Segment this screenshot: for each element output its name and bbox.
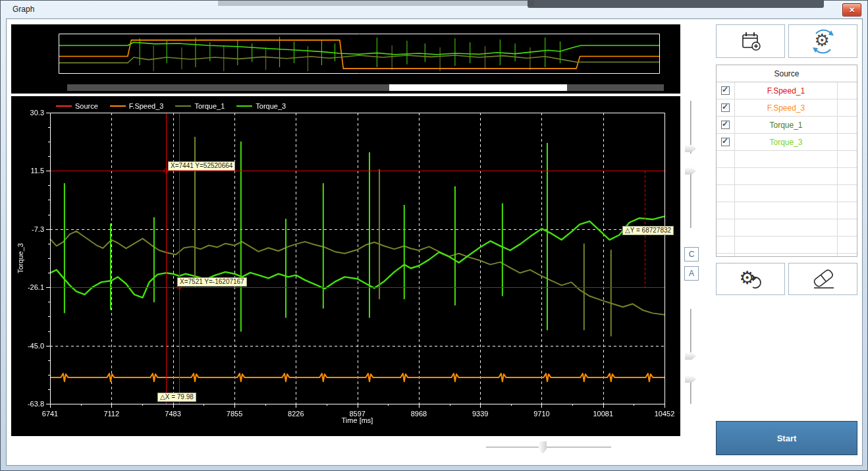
x-axis-title: Time [ms] — [50, 416, 665, 424]
table-row-empty — [717, 168, 857, 185]
legend-item-label: Torque_1 — [194, 102, 225, 110]
settings-sync-icon: ⚙ — [809, 28, 837, 55]
calendar-add-icon — [738, 29, 763, 54]
table-row-empty — [717, 236, 857, 254]
row-label: F.Speed_1 — [767, 86, 805, 96]
settings-run-button[interactable]: ⚙ — [716, 263, 785, 295]
calendar-add-button[interactable] — [716, 24, 785, 58]
legend-swatch — [56, 105, 72, 107]
legend-item: Source — [56, 102, 98, 110]
source-table: Source F.Speed_1F.Speed_3Torque_1Torque_… — [716, 65, 857, 257]
legend-swatch — [110, 105, 126, 107]
table-row[interactable]: Torque_1 — [717, 117, 857, 134]
settings-run-icon: ⚙ — [737, 266, 765, 292]
settings-sync-button[interactable]: ⚙ — [788, 24, 857, 58]
row-label: Torque_1 — [769, 121, 802, 130]
legend-item: Torque_1 — [175, 102, 225, 110]
delta-y-tooltip: △Y = 68727832 — [622, 226, 674, 235]
table-row-empty — [717, 219, 857, 236]
row-label: Torque_3 — [769, 138, 802, 147]
row-label: F.Speed_3 — [767, 103, 805, 113]
source-table-header: Source — [717, 65, 857, 82]
legend-swatch — [175, 105, 191, 107]
overview-scrollbar[interactable] — [67, 84, 664, 91]
legend-item: Torque_3 — [236, 102, 286, 110]
window-title: Graph — [13, 5, 34, 14]
background-artifact — [528, 1, 824, 8]
main-chart-panel: SourceF.Speed_3Torque_1Torque_3 Torque_3… — [11, 96, 680, 436]
table-row[interactable]: F.Speed_1 — [717, 82, 857, 99]
overview-chart-panel — [11, 24, 680, 94]
row-checkbox[interactable] — [721, 86, 730, 95]
close-button[interactable]: ✕ — [842, 3, 861, 16]
eraser-button[interactable] — [788, 263, 857, 295]
y-zoom-slider-track-4[interactable] — [690, 379, 692, 404]
y-axis-title: Torque_3 — [16, 243, 24, 273]
close-icon: ✕ — [849, 7, 855, 14]
table-row-empty — [717, 151, 857, 168]
table-row-empty — [717, 254, 857, 257]
titlebar[interactable]: Graph ✕ — [1, 1, 867, 18]
c-button[interactable]: C — [684, 247, 699, 262]
table-row[interactable]: Torque_3 — [717, 134, 857, 151]
table-row-empty — [717, 202, 857, 219]
x-pan-slider-track[interactable] — [486, 447, 611, 448]
background-artifact — [218, 1, 534, 6]
row-checkbox[interactable] — [721, 138, 730, 146]
cursor-tooltip-1: X=7441 Y=52520664 — [168, 161, 235, 171]
row-checkbox[interactable] — [721, 121, 730, 129]
legend-item: F.Speed_3 — [110, 102, 164, 110]
table-row-empty — [717, 185, 857, 202]
table-row[interactable]: F.Speed_3 — [717, 99, 857, 117]
cursor-tooltip-2: X=7521 Y=-16207167 — [177, 277, 247, 287]
start-button[interactable]: Start — [716, 421, 857, 455]
legend-item-label: Source — [75, 102, 98, 110]
overview-scrollbar-thumb[interactable] — [389, 84, 567, 91]
main-chart-canvas[interactable] — [11, 96, 680, 436]
source-table-body: F.Speed_1F.Speed_3Torque_1Torque_3 — [717, 82, 857, 257]
row-checkbox[interactable] — [721, 103, 730, 112]
y-zoom-slider-track-2[interactable] — [690, 171, 692, 228]
eraser-icon — [809, 266, 838, 292]
overview-chart-canvas[interactable] — [11, 24, 680, 94]
graph-window: Graph ✕ SourceF.Speed_3Torque_1Torque_3 … — [0, 0, 868, 471]
legend-swatch — [236, 105, 252, 107]
delta-x-tooltip: △X = 79.98 — [157, 393, 196, 402]
a-button[interactable]: A — [684, 266, 699, 281]
chart-legend: SourceF.Speed_3Torque_1Torque_3 — [56, 102, 286, 110]
legend-item-label: Torque_3 — [256, 102, 286, 110]
y-zoom-slider-track-3[interactable] — [690, 309, 692, 356]
legend-item-label: F.Speed_3 — [129, 102, 164, 110]
